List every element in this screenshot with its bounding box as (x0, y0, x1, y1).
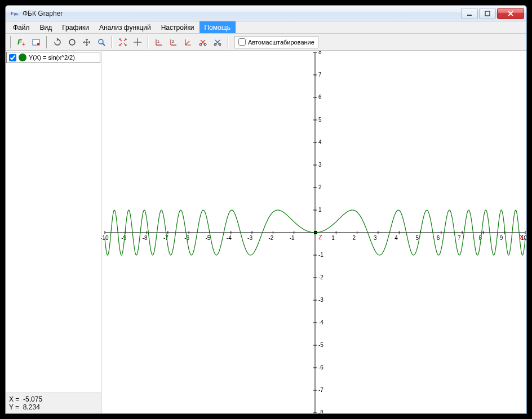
svg-text:+: + (22, 41, 25, 47)
svg-text:5: 5 (416, 235, 419, 241)
menu-settings[interactable]: Настройки (156, 21, 200, 33)
svg-text:-3: -3 (247, 235, 252, 241)
svg-text:-8: -8 (318, 409, 323, 413)
app-icon: Fᵦₖ (10, 9, 19, 18)
svg-text:7: 7 (458, 235, 461, 241)
snip-x-button[interactable] (196, 35, 210, 49)
fit-button[interactable] (116, 35, 130, 49)
svg-text:-4: -4 (227, 235, 232, 241)
svg-point-6 (99, 39, 103, 44)
svg-rect-5 (37, 43, 39, 45)
svg-text:1: 1 (331, 235, 335, 241)
svg-text:8: 8 (318, 51, 322, 55)
function-label: Y(X) = sin(x^2/2) (29, 54, 75, 61)
menu-file[interactable]: Файл (8, 21, 35, 33)
svg-text:-7: -7 (163, 235, 169, 241)
svg-text:Z: Z (318, 234, 322, 240)
svg-text:-5: -5 (318, 342, 323, 348)
function-color-swatch[interactable] (19, 54, 26, 61)
app-window: Fᵦₖ ФБК Grapher Файл Вид Графики Анализ … (5, 5, 527, 414)
svg-text:2: 2 (172, 39, 174, 43)
svg-text:4: 4 (318, 139, 322, 145)
svg-text:-8: -8 (143, 235, 148, 241)
axis-1-button[interactable]: 1 (152, 35, 166, 49)
svg-text:-5: -5 (206, 235, 211, 241)
svg-text:-2: -2 (268, 235, 273, 241)
svg-rect-1 (485, 11, 490, 16)
menu-bar: Файл Вид Графики Анализ функций Настройк… (6, 21, 526, 34)
svg-text:4: 4 (394, 235, 398, 241)
minimize-button[interactable] (461, 8, 478, 19)
svg-text:3: 3 (374, 235, 377, 241)
cursor-x-value: -5,075 (23, 395, 42, 403)
svg-text:6: 6 (318, 94, 322, 100)
svg-text:X: X (520, 234, 524, 240)
menu-help[interactable]: Помощь (200, 21, 236, 33)
autoscale-label: Автомасштабирование (248, 39, 314, 46)
svg-line-7 (103, 43, 105, 46)
plot-area[interactable]: -10-9-8-7-6-5-4-3-2-112345678910-8-7-6-5… (101, 51, 526, 413)
autoscale-checkbox[interactable] (238, 38, 246, 46)
function-list[interactable]: Y(X) = sin(x^2/2) (6, 51, 101, 393)
title-bar[interactable]: Fᵦₖ ФБК Grapher (6, 6, 526, 21)
coordinate-panel: X = -5,075 Y = 8,234 (6, 393, 101, 413)
palette-button[interactable] (29, 35, 43, 49)
cursor-y-value: 8,234 (23, 403, 40, 411)
crosshair-button[interactable] (131, 35, 144, 49)
pan-button[interactable] (80, 35, 94, 49)
maximize-button[interactable] (479, 8, 496, 19)
svg-text:1: 1 (157, 39, 159, 43)
svg-text:-6: -6 (318, 364, 323, 371)
refresh-all-button[interactable] (65, 35, 79, 49)
function-item[interactable]: Y(X) = sin(x^2/2) (6, 52, 100, 63)
toolbar: F+ (6, 34, 526, 51)
svg-text:9: 9 (500, 235, 503, 241)
svg-text:2: 2 (318, 184, 322, 190)
svg-text:-2: -2 (318, 274, 323, 280)
autoscale-checkbox-wrapper[interactable]: Автомасштабирование (234, 36, 318, 48)
refresh-button[interactable] (51, 35, 64, 49)
menu-graphs[interactable]: Графики (57, 21, 94, 33)
svg-text:-1: -1 (318, 252, 323, 258)
axis-2-button[interactable]: 2 (167, 35, 180, 49)
svg-text:2: 2 (353, 235, 356, 241)
svg-text:5: 5 (318, 117, 322, 123)
svg-text:-3: -3 (318, 297, 323, 303)
menu-view[interactable]: Вид (35, 21, 57, 33)
zoom-button[interactable] (95, 35, 108, 49)
svg-text:3: 3 (318, 162, 322, 168)
add-function-button[interactable]: F+ (15, 35, 28, 49)
svg-text:1: 1 (318, 207, 322, 213)
snip-y-button[interactable] (211, 35, 224, 49)
function-visibility-checkbox[interactable] (9, 54, 16, 61)
svg-text:-4: -4 (318, 319, 323, 326)
svg-rect-0 (467, 15, 472, 16)
svg-text:-1: -1 (290, 235, 295, 241)
close-button[interactable] (497, 8, 524, 19)
plot-canvas[interactable]: -10-9-8-7-6-5-4-3-2-112345678910-8-7-6-5… (101, 51, 526, 413)
svg-text:6: 6 (437, 235, 440, 241)
svg-text:-7: -7 (318, 387, 323, 393)
sidebar: Y(X) = sin(x^2/2) X = -5,075 Y = 8,234 (6, 51, 101, 413)
window-title: ФБК Grapher (23, 10, 460, 17)
svg-text:7: 7 (318, 72, 322, 78)
axis-3-button[interactable] (181, 35, 195, 49)
menu-analysis[interactable]: Анализ функций (94, 21, 156, 33)
